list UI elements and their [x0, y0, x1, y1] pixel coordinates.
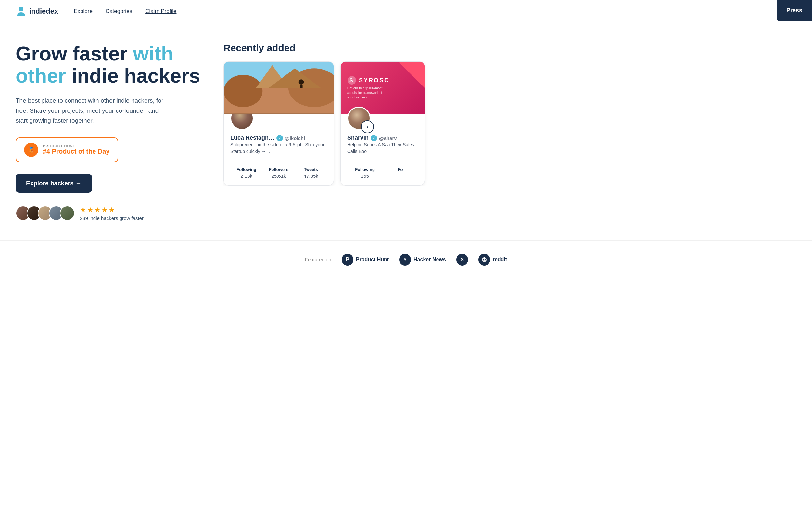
- ph-medal: 🥉: [24, 143, 38, 157]
- card-cover-1: [224, 62, 334, 114]
- featured-section: Featured on P Product Hunt Y Hacker News…: [0, 240, 812, 281]
- stat-value-following-2: 155: [347, 173, 383, 179]
- ph-product-text: #4 Product of the Day: [43, 148, 110, 155]
- stat-label-fo-2: Fo: [383, 167, 418, 172]
- hacker-news-icon: Y: [399, 254, 411, 265]
- verified-badge-1: ✓: [276, 135, 283, 141]
- recently-added-title: Recently added: [223, 43, 796, 54]
- nav-links: Explore Categories Claim Profile: [74, 8, 176, 15]
- stat-value-following-1: 2.13k: [230, 173, 262, 179]
- product-hunt-badge: 🥉 PRODUCT HUNT #4 Product of the Day: [16, 137, 118, 162]
- card-name-row-1: Luca Restagn… ✓ @ikoichi: [230, 134, 327, 141]
- nav-explore[interactable]: Explore: [74, 8, 92, 15]
- stat-followers-1: Followers 25.61k: [262, 167, 295, 179]
- headline-highlight-with: with: [133, 42, 173, 65]
- card-cover-2: S SYROSC Get our free $500k/montacquisit…: [341, 62, 424, 114]
- x-twitter-icon: ✕: [456, 254, 468, 265]
- stat-following-2: Following 155: [347, 167, 383, 179]
- ph-text-group: PRODUCT HUNT #4 Product of the Day: [43, 144, 110, 155]
- featured-hacker-news: Y Hacker News: [399, 254, 446, 265]
- card-stats-2: Following 155 Fo: [347, 161, 418, 179]
- reddit-svg: [481, 256, 488, 263]
- card-body-2: › Sharvin ✓ @sharv Helping Series A Saa …: [341, 114, 424, 185]
- explore-hackers-button[interactable]: Explore hackers →: [16, 174, 92, 193]
- logo-link[interactable]: indiedex: [16, 6, 58, 17]
- svg-point-15: [484, 257, 485, 258]
- desert-scene-svg: [224, 62, 334, 114]
- card-stats-1: Following 2.13k Followers 25.61k Tweets …: [230, 161, 327, 179]
- stat-tweets-1: Tweets 47.85k: [295, 167, 327, 179]
- headline-highlight-other: other: [16, 64, 66, 87]
- syros-tagline: Get our free $500k/montacquisition frame…: [347, 86, 389, 100]
- syros-logo: S SYROSC: [347, 76, 389, 85]
- syros-s-icon: S: [347, 76, 356, 85]
- hero-left: Grow faster with other indie hackers The…: [16, 43, 204, 221]
- card-handle-2: @sharv: [379, 135, 397, 141]
- stat-fo-2: Fo: [383, 167, 418, 179]
- headline-part3: indie hackers: [66, 64, 200, 87]
- card-body-1: Luca Restagn… ✓ @ikoichi Solopreneur on …: [224, 114, 334, 185]
- rating-text: 289 indie hackers grow faster: [80, 215, 144, 221]
- svg-point-13: [483, 259, 484, 260]
- svg-point-0: [19, 7, 23, 11]
- svg-point-14: [484, 259, 485, 260]
- ph-label: PRODUCT HUNT: [43, 144, 110, 148]
- social-proof: ★★★★★ 289 indie hackers grow faster: [16, 206, 204, 221]
- product-hunt-icon: P: [342, 254, 354, 265]
- svg-rect-8: [300, 84, 303, 88]
- stars: ★★★★★: [80, 206, 144, 214]
- nav-categories[interactable]: Categories: [106, 8, 132, 15]
- card-handle-1: @ikoichi: [285, 135, 305, 141]
- featured-label: Featured on: [305, 257, 331, 262]
- stat-value-tweets-1: 47.85k: [295, 173, 327, 179]
- logo-text: indiedex: [29, 7, 58, 16]
- arrow-button-2[interactable]: ›: [361, 120, 374, 133]
- press-button[interactable]: Press: [777, 0, 812, 21]
- svg-point-7: [299, 79, 304, 84]
- cards-container: Luca Restagn… ✓ @ikoichi Solopreneur on …: [223, 61, 796, 186]
- reddit-name: reddit: [493, 257, 507, 263]
- rating-group: ★★★★★ 289 indie hackers grow faster: [80, 206, 144, 221]
- hacker-card-2[interactable]: S SYROSC Get our free $500k/montacquisit…: [340, 61, 425, 186]
- recently-added-section: Recently added: [223, 43, 796, 186]
- hacker-news-name: Hacker News: [414, 257, 446, 263]
- stat-value-followers-1: 25.61k: [262, 173, 295, 179]
- card-name-1: Luca Restagn…: [230, 134, 275, 141]
- featured-x: ✕: [456, 254, 468, 265]
- featured-reddit: reddit: [478, 254, 507, 265]
- headline-part1: Grow faster: [16, 42, 133, 65]
- featured-product-hunt: P Product Hunt: [342, 254, 389, 265]
- hero-subtitle: The best place to connect with other ind…: [16, 96, 171, 126]
- syros-content: S SYROSC Get our free $500k/montacquisit…: [347, 76, 389, 100]
- navbar: indiedex Explore Categories Claim Profil…: [0, 0, 812, 23]
- hero-headline: Grow faster with other indie hackers: [16, 43, 204, 87]
- svg-point-4: [224, 75, 262, 107]
- pink-triangle: [398, 62, 424, 88]
- product-hunt-name: Product Hunt: [356, 257, 389, 263]
- card-bio-2: Helping Series A Saa Their Sales Calls B…: [347, 141, 418, 155]
- avatar-5: [60, 206, 75, 221]
- card-name-row-2: Sharvin ✓ @sharv: [347, 134, 418, 141]
- stat-label-following-2: Following: [347, 167, 383, 172]
- nav-claim-profile[interactable]: Claim Profile: [145, 8, 176, 15]
- stat-label-following-1: Following: [230, 167, 262, 172]
- reddit-icon: [478, 254, 490, 265]
- ph-medal-number: 🥉: [28, 146, 35, 153]
- stat-following-1: Following 2.13k: [230, 167, 262, 179]
- verified-badge-2: ✓: [371, 135, 377, 141]
- hero-section: Grow faster with other indie hackers The…: [0, 23, 812, 234]
- hacker-card-1[interactable]: Luca Restagn… ✓ @ikoichi Solopreneur on …: [223, 61, 334, 186]
- logo-icon: [16, 6, 27, 17]
- svg-text:S: S: [349, 78, 353, 83]
- avatars-group: [16, 206, 75, 221]
- syros-brand-name: SYROSC: [359, 77, 389, 84]
- card-avatar-wrapper-2: ›: [347, 107, 371, 130]
- card-bio-1: Solopreneur on the side of a 9-5 job. Sh…: [230, 141, 327, 155]
- stat-label-tweets-1: Tweets: [295, 167, 327, 172]
- card-name-2: Sharvin: [347, 134, 369, 141]
- stat-label-followers-1: Followers: [262, 167, 295, 172]
